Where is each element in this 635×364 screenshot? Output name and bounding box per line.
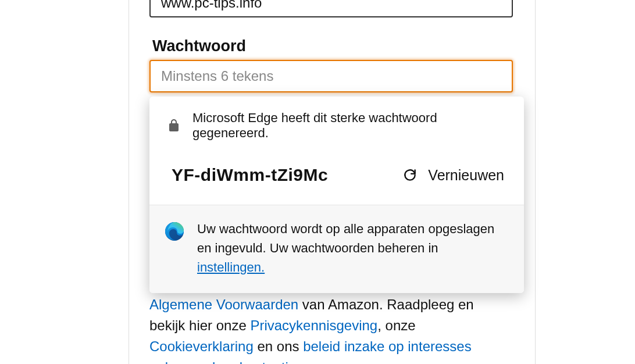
popup-footer-text: Uw wachtwoord wordt op alle apparaten op… [197,219,506,277]
generated-password[interactable]: YF-diWmm-tZi9Mc [172,165,328,185]
legal-text-part: en ons [254,338,303,354]
footer-text-part: Uw wachtwoord wordt op alle apparaten op… [197,222,494,255]
legal-text-part: . [303,359,307,364]
terms-link[interactable]: Algemene Voorwaarden [149,297,298,312]
legal-text-part: , onze [377,317,415,333]
refresh-icon [402,167,418,183]
popup-footer: Uw wachtwoord wordt op alle apparaten op… [149,205,524,293]
password-label: Wachtwoord [152,37,246,55]
refresh-button[interactable]: Vernieuwen [402,167,504,184]
lock-icon [167,119,181,133]
legal-text: Algemene Voorwaarden van Amazon. Raadple… [149,294,513,364]
privacy-link[interactable]: Privacykennisgeving [250,317,377,333]
cookie-link[interactable]: Cookieverklaring [149,338,254,354]
url-input[interactable] [149,0,513,17]
refresh-label: Vernieuwen [428,167,504,184]
popup-body: YF-diWmm-tZi9Mc Vernieuwen [149,152,524,205]
popup-header: Microsoft Edge heeft dit sterke wachtwoo… [149,97,524,152]
popup-header-text: Microsoft Edge heeft dit sterke wachtwoo… [192,110,508,141]
password-input[interactable] [149,60,513,92]
edge-logo-icon [165,222,184,241]
password-suggestion-popup: Microsoft Edge heeft dit sterke wachtwoo… [149,97,524,293]
settings-link[interactable]: instellingen. [197,260,265,274]
form-panel: Wachtwoord Microsoft Edge heeft dit ster… [129,0,536,364]
